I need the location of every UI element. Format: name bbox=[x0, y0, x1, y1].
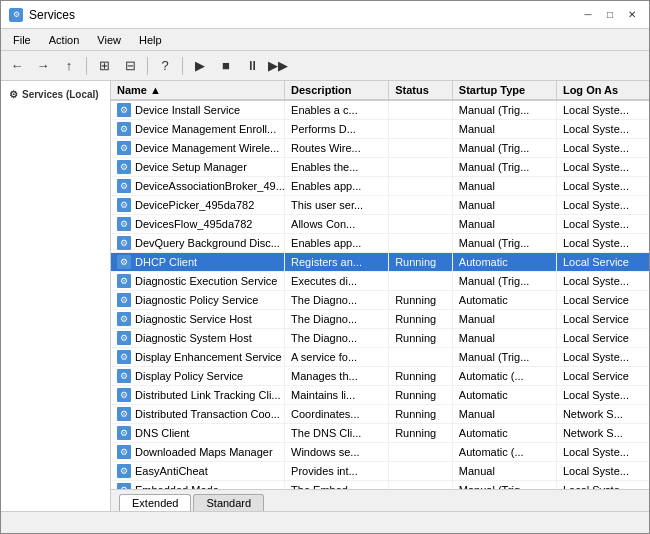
tabs-bar: Extended Standard bbox=[111, 489, 649, 511]
toolbar-separator-3 bbox=[182, 57, 183, 75]
table-row[interactable]: ⚙Downloaded Maps ManagerWindows se...Aut… bbox=[111, 443, 649, 462]
cell-startup: Manual bbox=[452, 405, 556, 424]
service-name: DevicesFlow_495da782 bbox=[135, 218, 252, 230]
table-row[interactable]: ⚙Device Management Enroll...Performs D..… bbox=[111, 120, 649, 139]
cell-status bbox=[389, 481, 453, 490]
cell-name: ⚙Display Policy Service bbox=[111, 367, 285, 386]
collapse-button[interactable]: ⊟ bbox=[118, 55, 142, 77]
col-header-name[interactable]: Name ▲ bbox=[111, 81, 285, 100]
cell-description: Routes Wire... bbox=[285, 139, 389, 158]
cell-logon: Local Service bbox=[556, 310, 649, 329]
play-button[interactable]: ▶ bbox=[188, 55, 212, 77]
cell-name: ⚙Diagnostic Policy Service bbox=[111, 291, 285, 310]
col-header-logon[interactable]: Log On As bbox=[556, 81, 649, 100]
cell-startup: Automatic (... bbox=[452, 367, 556, 386]
cell-startup: Manual (Trig... bbox=[452, 272, 556, 291]
table-row[interactable]: ⚙Diagnostic Service HostThe Diagno...Run… bbox=[111, 310, 649, 329]
menu-file[interactable]: File bbox=[5, 32, 39, 48]
service-name: Downloaded Maps Manager bbox=[135, 446, 273, 458]
cell-description: Maintains li... bbox=[285, 386, 389, 405]
service-name: Diagnostic Policy Service bbox=[135, 294, 259, 306]
table-row[interactable]: ⚙Device Install ServiceEnables a c...Man… bbox=[111, 100, 649, 120]
service-icon: ⚙ bbox=[117, 255, 131, 269]
restart-button[interactable]: ▶▶ bbox=[266, 55, 290, 77]
service-name: DNS Client bbox=[135, 427, 189, 439]
cell-status bbox=[389, 196, 453, 215]
maximize-button[interactable]: □ bbox=[601, 7, 619, 23]
help-button[interactable]: ? bbox=[153, 55, 177, 77]
table-row[interactable]: ⚙EasyAntiCheatProvides int...ManualLocal… bbox=[111, 462, 649, 481]
table-row[interactable]: ⚙Diagnostic System HostThe Diagno...Runn… bbox=[111, 329, 649, 348]
sidebar-title: ⚙ Services (Local) bbox=[9, 89, 102, 100]
cell-logon: Local Syste... bbox=[556, 386, 649, 405]
toolbar-separator-2 bbox=[147, 57, 148, 75]
toolbar-separator-1 bbox=[86, 57, 87, 75]
service-icon: ⚙ bbox=[117, 274, 131, 288]
table-row[interactable]: ⚙DHCP ClientRegisters an...RunningAutoma… bbox=[111, 253, 649, 272]
menu-view[interactable]: View bbox=[89, 32, 129, 48]
close-button[interactable]: ✕ bbox=[623, 7, 641, 23]
cell-description: Windows se... bbox=[285, 443, 389, 462]
service-icon: ⚙ bbox=[117, 103, 131, 117]
col-header-startup[interactable]: Startup Type bbox=[452, 81, 556, 100]
cell-name: ⚙Distributed Link Tracking Cli... bbox=[111, 386, 285, 405]
cell-description: The Embed... bbox=[285, 481, 389, 490]
cell-logon: Local Syste... bbox=[556, 481, 649, 490]
cell-logon: Local Syste... bbox=[556, 215, 649, 234]
cell-description: This user ser... bbox=[285, 196, 389, 215]
cell-startup: Manual (Trig... bbox=[452, 348, 556, 367]
stop-button[interactable]: ■ bbox=[214, 55, 238, 77]
cell-logon: Local Syste... bbox=[556, 234, 649, 253]
menu-help[interactable]: Help bbox=[131, 32, 170, 48]
pause-button[interactable]: ⏸ bbox=[240, 55, 264, 77]
service-icon: ⚙ bbox=[117, 369, 131, 383]
service-icon: ⚙ bbox=[117, 179, 131, 193]
services-table: Name ▲ Description Status Startup Type bbox=[111, 81, 649, 489]
table-row[interactable]: ⚙DeviceAssociationBroker_49...Enables ap… bbox=[111, 177, 649, 196]
cell-logon: Local Service bbox=[556, 291, 649, 310]
cell-logon: Local Service bbox=[556, 253, 649, 272]
table-row[interactable]: ⚙DNS ClientThe DNS Cli...RunningAutomati… bbox=[111, 424, 649, 443]
cell-description: The Diagno... bbox=[285, 291, 389, 310]
table-row[interactable]: ⚙Embedded ModeThe Embed...Manual (Trig..… bbox=[111, 481, 649, 490]
minimize-button[interactable]: ─ bbox=[579, 7, 597, 23]
menu-action[interactable]: Action bbox=[41, 32, 88, 48]
service-name: Device Management Wirele... bbox=[135, 142, 279, 154]
forward-button[interactable]: → bbox=[31, 55, 55, 77]
cell-status: Running bbox=[389, 367, 453, 386]
cell-status bbox=[389, 139, 453, 158]
table-row[interactable]: ⚙DevicesFlow_495da782Allows Con...Manual… bbox=[111, 215, 649, 234]
table-row[interactable]: ⚙Display Policy ServiceManages th...Runn… bbox=[111, 367, 649, 386]
cell-status: Running bbox=[389, 329, 453, 348]
cell-logon: Local Syste... bbox=[556, 196, 649, 215]
cell-startup: Manual (Trig... bbox=[452, 139, 556, 158]
table-row[interactable]: ⚙Diagnostic Execution ServiceExecutes di… bbox=[111, 272, 649, 291]
cell-logon: Local Syste... bbox=[556, 158, 649, 177]
service-name: Display Enhancement Service bbox=[135, 351, 282, 363]
view-button[interactable]: ⊞ bbox=[92, 55, 116, 77]
table-row[interactable]: ⚙Distributed Link Tracking Cli...Maintai… bbox=[111, 386, 649, 405]
table-row[interactable]: ⚙Distributed Transaction Coo...Coordinat… bbox=[111, 405, 649, 424]
service-icon: ⚙ bbox=[117, 293, 131, 307]
table-row[interactable]: ⚙Diagnostic Policy ServiceThe Diagno...R… bbox=[111, 291, 649, 310]
service-icon: ⚙ bbox=[117, 331, 131, 345]
tab-standard[interactable]: Standard bbox=[193, 494, 264, 511]
cell-description: Enables app... bbox=[285, 177, 389, 196]
service-icon: ⚙ bbox=[117, 445, 131, 459]
table-row[interactable]: ⚙Display Enhancement ServiceA service fo… bbox=[111, 348, 649, 367]
up-button[interactable]: ↑ bbox=[57, 55, 81, 77]
services-table-container[interactable]: Name ▲ Description Status Startup Type bbox=[111, 81, 649, 489]
table-row[interactable]: ⚙Device Management Wirele...Routes Wire.… bbox=[111, 139, 649, 158]
cell-name: ⚙EasyAntiCheat bbox=[111, 462, 285, 481]
col-header-description[interactable]: Description bbox=[285, 81, 389, 100]
cell-name: ⚙DNS Client bbox=[111, 424, 285, 443]
cell-name: ⚙DevicesFlow_495da782 bbox=[111, 215, 285, 234]
tab-extended[interactable]: Extended bbox=[119, 494, 191, 511]
table-row[interactable]: ⚙DevicePicker_495da782This user ser...Ma… bbox=[111, 196, 649, 215]
back-button[interactable]: ← bbox=[5, 55, 29, 77]
cell-name: ⚙DevicePicker_495da782 bbox=[111, 196, 285, 215]
col-header-status[interactable]: Status bbox=[389, 81, 453, 100]
status-bar bbox=[1, 511, 649, 533]
table-row[interactable]: ⚙Device Setup ManagerEnables the...Manua… bbox=[111, 158, 649, 177]
table-row[interactable]: ⚙DevQuery Background Disc...Enables app.… bbox=[111, 234, 649, 253]
